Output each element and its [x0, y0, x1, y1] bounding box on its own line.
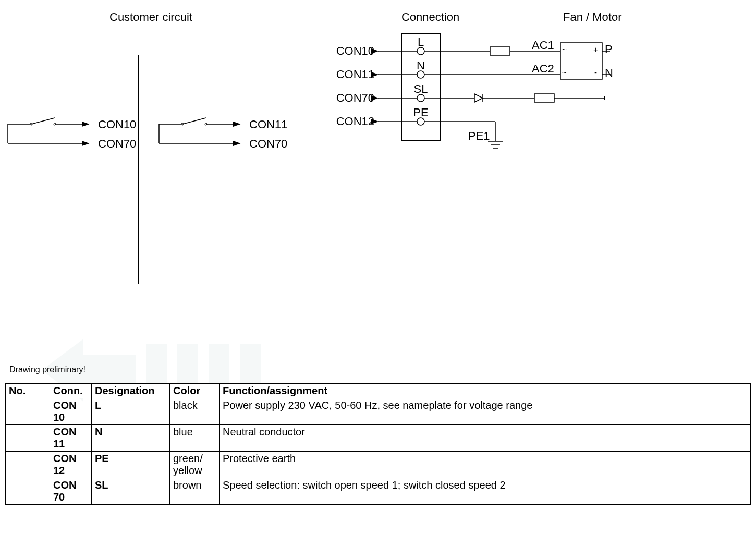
cell-no — [6, 398, 50, 425]
diagram-area: CON10 CON70 CON11 CON70 — [0, 31, 756, 292]
connection-diagram: CON10 CON11 CON70 CON12 L N SL PE AC1 AC… — [334, 31, 626, 159]
switch-right-out2: CON70 — [249, 137, 287, 151]
cell-no — [6, 452, 50, 478]
cell-conn: CON 11 — [50, 425, 92, 452]
customer-switch-right: CON11 CON70 — [156, 115, 276, 151]
table-row: CON 11 N blue Neutral conductor — [6, 425, 751, 452]
cell-conn: CON 10 — [50, 398, 92, 425]
cell-color: black — [170, 398, 220, 425]
th-func: Function/assignment — [220, 384, 751, 398]
switch-left-out2: CON70 — [98, 137, 136, 151]
signal-pe1: PE1 — [468, 129, 490, 143]
pin-label-L: L — [412, 35, 430, 49]
cell-desig: PE — [92, 452, 170, 478]
cell-conn: CON 12 — [50, 452, 92, 478]
svg-line-5 — [31, 118, 55, 124]
signal-ac1: AC1 — [532, 39, 554, 52]
connection-table: No. Conn. Designation Color Function/ass… — [5, 383, 751, 505]
conn-label-3: CON12 — [334, 115, 374, 128]
conn-label-0: CON10 — [334, 44, 374, 58]
th-color: Color — [170, 384, 220, 398]
header-customer: Customer circuit — [109, 10, 192, 24]
cell-color: brown — [170, 478, 220, 505]
th-no: No. — [6, 384, 50, 398]
cell-func: Protective earth — [220, 452, 751, 478]
pin-label-PE: PE — [411, 106, 431, 119]
cell-desig: L — [92, 398, 170, 425]
conn-label-2: CON70 — [334, 91, 374, 105]
rect-n: N — [605, 66, 613, 80]
note-preliminary: Drawing preliminary! — [9, 365, 86, 374]
cell-desig: N — [92, 425, 170, 452]
rect-tl: ~ — [562, 45, 567, 54]
cell-func: Power supply 230 VAC, 50-60 Hz, see name… — [220, 398, 751, 425]
pin-label-SL: SL — [411, 82, 431, 96]
rect-p: P — [605, 43, 613, 56]
switch-left-out1: CON10 — [98, 118, 136, 131]
customer-switch-left: CON10 CON70 — [5, 115, 125, 151]
th-conn: Conn. — [50, 384, 92, 398]
cell-func: Neutral conductor — [220, 425, 751, 452]
divider-line — [138, 55, 139, 284]
switch-right-out1: CON11 — [249, 118, 287, 131]
cell-no — [6, 425, 50, 452]
rect-bl: ~ — [562, 68, 567, 77]
rect-tr: + — [593, 45, 598, 54]
table-row: CON 12 PE green/ yellow Protective earth — [6, 452, 751, 478]
table-header-row: No. Conn. Designation Color Function/ass… — [6, 384, 751, 398]
svg-rect-41 — [534, 94, 554, 102]
cell-color: blue — [170, 425, 220, 452]
cell-no — [6, 478, 50, 505]
rect-br: - — [594, 68, 597, 77]
pin-label-N: N — [412, 59, 430, 72]
conn-label-1: CON11 — [334, 68, 374, 81]
cell-desig: SL — [92, 478, 170, 505]
header-fanmotor: Fan / Motor — [563, 10, 621, 24]
table-row: CON 10 L black Power supply 230 VAC, 50-… — [6, 398, 751, 425]
th-desig: Designation — [92, 384, 170, 398]
header-connection: Connection — [401, 10, 459, 24]
cell-conn: CON 70 — [50, 478, 92, 505]
signal-ac2: AC2 — [532, 62, 554, 76]
table-row: CON 70 SL brown Speed selection: switch … — [6, 478, 751, 505]
svg-rect-31 — [490, 47, 510, 55]
svg-marker-38 — [474, 94, 483, 102]
cell-color: green/ yellow — [170, 452, 220, 478]
svg-line-13 — [182, 118, 206, 124]
cell-func: Speed selection: switch open speed 1; sw… — [220, 478, 751, 505]
